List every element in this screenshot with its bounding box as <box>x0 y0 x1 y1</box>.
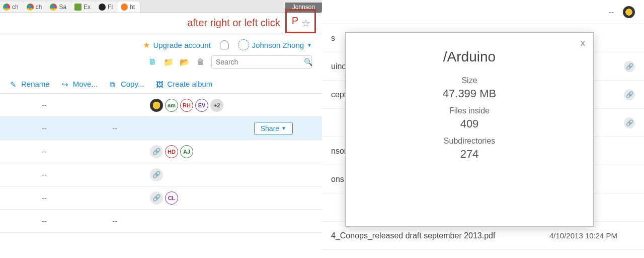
member-badge[interactable]: +2 <box>210 99 223 112</box>
album-icon: 🖼 <box>156 80 164 88</box>
member-badge[interactable]: AJ <box>180 145 193 158</box>
chevron-down-icon: ▼ <box>307 42 312 48</box>
member-badge[interactable]: EV <box>195 99 208 112</box>
rename-icon: ✎ <box>10 80 18 88</box>
chrome-icon <box>3 4 10 11</box>
browser-tab[interactable]: Fl <box>96 2 118 13</box>
search-icon: 🔍 <box>304 58 312 66</box>
browser-tab[interactable]: ht <box>118 2 140 13</box>
bookmark-star-icon[interactable]: ☆ <box>301 17 309 25</box>
size-value: 47.399 MB <box>358 87 581 100</box>
copy-icon: ⧉ <box>110 80 118 88</box>
chevron-down-icon: ▼ <box>281 125 286 131</box>
cell: -- <box>9 170 79 179</box>
cell: -- <box>9 147 79 156</box>
cell: -- <box>9 124 79 133</box>
popup-title: /Arduino <box>358 49 581 65</box>
link-icon[interactable]: 🔗 <box>150 145 163 158</box>
cell: -- <box>9 101 79 109</box>
cell: -- <box>9 194 79 202</box>
browser-tab[interactable]: Ex <box>71 2 96 13</box>
upgrade-account-link[interactable]: ★Upgrade account <box>143 40 210 50</box>
member-badge[interactable]: HD <box>165 145 178 158</box>
user-menu[interactable]: Johnson Zhong▼ <box>238 39 312 50</box>
avatar[interactable] <box>623 6 635 18</box>
dirs-label: Subdirectories <box>358 137 581 146</box>
link-icon[interactable]: 🔗 <box>150 168 163 181</box>
notifications-icon[interactable] <box>220 40 229 49</box>
search-input[interactable] <box>216 58 304 66</box>
link-icon[interactable]: 🔗 <box>624 89 635 100</box>
browser-tab[interactable]: Sa <box>47 2 72 13</box>
column-header: -- <box>609 8 614 16</box>
move-action[interactable]: ↪Move... <box>62 80 98 88</box>
browser-tab[interactable]: ch <box>24 2 48 13</box>
cell-extras: 🔗 <box>150 168 313 181</box>
file-row[interactable]: --🔗CL <box>0 186 322 210</box>
cell: -- <box>9 217 79 225</box>
file-date: 4/10/2013 10:24 PM <box>549 231 635 240</box>
member-badge[interactable]: CL <box>165 191 178 205</box>
cell: -- <box>79 217 150 225</box>
member-badge[interactable]: RH <box>180 99 193 112</box>
chrome-icon <box>50 4 57 11</box>
trash-icon[interactable]: 🗑 <box>195 56 206 68</box>
address-bar-area: after right or left click P ☆ <box>0 13 322 33</box>
browser-tabbar: ch ch Sa Ex Fl ht Johnson <box>0 0 322 13</box>
file-name: 4_Conops_released draft september 2013.p… <box>331 231 549 240</box>
app-header-primary: ★Upgrade account Johnson Zhong▼ <box>0 33 322 53</box>
link-icon[interactable]: 🔗 <box>624 117 635 128</box>
chrome-icon <box>27 4 34 11</box>
file-row[interactable]: ----Share▼ <box>0 117 322 140</box>
member-badge[interactable]: am <box>165 99 178 112</box>
rename-action[interactable]: ✎Rename <box>10 80 50 88</box>
dirs-value: 274 <box>358 148 581 161</box>
copy-action[interactable]: ⧉Copy... <box>110 80 144 88</box>
link-icon[interactable]: 🔗 <box>150 191 163 205</box>
stackoverflow-icon <box>121 4 128 11</box>
size-label: Size <box>358 76 581 85</box>
star-icon: ★ <box>143 40 150 50</box>
annotation-text: after right or left click <box>187 17 280 29</box>
annotation-highlight-box: P ☆ <box>285 9 316 33</box>
new-folder-icon[interactable]: 📁 <box>163 56 174 68</box>
browser-tab[interactable]: ch <box>0 2 24 13</box>
cell-extras: 🔗HDAJ <box>150 145 313 158</box>
folder-info-popup: x /Arduino Size 47.399 MB Files inside 4… <box>345 32 594 227</box>
cell-extras: 🔗CL <box>150 191 313 205</box>
right-top-bar: -- <box>322 0 644 24</box>
app-header-secondary: 🗎 📁 📂 🗑 🔍 <box>0 53 322 75</box>
cell-extras: Share▼ <box>150 122 313 135</box>
move-icon: ↪ <box>62 80 70 88</box>
share-button[interactable]: Share▼ <box>254 122 293 135</box>
avatar[interactable] <box>150 99 163 112</box>
close-button[interactable]: x <box>581 38 585 48</box>
files-label: Files inside <box>358 106 581 115</box>
drone-icon <box>99 4 106 11</box>
avatar-icon <box>238 39 249 50</box>
create-album-action[interactable]: 🖼Create album <box>156 80 212 88</box>
file-row[interactable]: ---- <box>0 210 322 233</box>
file-actions-bar: ✎Rename ↪Move... ⧉Copy... 🖼Create album <box>0 75 322 94</box>
cell-extras: amRHEV+2 <box>150 99 313 112</box>
cell: -- <box>79 124 150 133</box>
file-row[interactable]: --🔗HDAJ <box>0 140 322 163</box>
new-file-icon[interactable]: 🗎 <box>147 56 158 68</box>
puzzle-icon <box>74 4 82 11</box>
search-box[interactable]: 🔍 <box>211 55 312 69</box>
shared-folder-icon[interactable]: 📂 <box>179 56 190 68</box>
file-row[interactable]: --amRHEV+2 <box>0 94 322 117</box>
link-icon[interactable]: 🔗 <box>624 61 635 72</box>
page-indicator-letter: P <box>292 15 298 27</box>
files-value: 409 <box>358 117 581 131</box>
file-row[interactable]: --🔗 <box>0 163 322 186</box>
